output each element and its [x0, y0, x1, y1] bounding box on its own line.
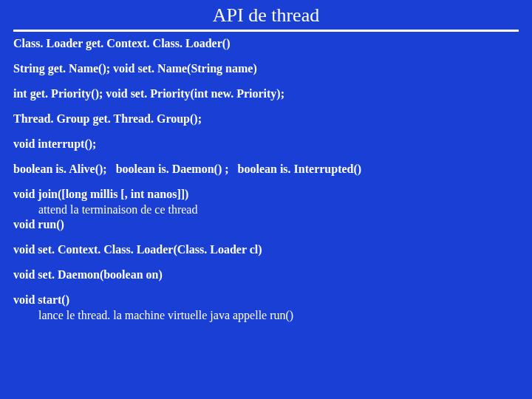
api-signature: void set. Daemon(boolean on): [13, 268, 163, 281]
api-signature: void set. Context. Class. Loader(Class. …: [13, 243, 262, 256]
api-signature: int get. Priority(); void set. Priority(…: [13, 87, 284, 100]
api-signature: void join([long millis [, int nanos]]): [13, 188, 188, 200]
api-note: lance le thread. la machine virtuelle ja…: [38, 308, 519, 323]
api-note: attend la terminaison de ce thread: [38, 202, 519, 217]
api-signature: void run(): [13, 218, 64, 231]
api-line: void interrupt();: [13, 137, 519, 151]
api-line: Class. Loader get. Context. Class. Loade…: [13, 36, 519, 51]
api-signature: void start(): [13, 293, 69, 306]
api-line: String get. Name(); void set. Name(Strin…: [13, 61, 519, 76]
api-line: void set. Daemon(boolean on): [13, 267, 519, 282]
api-signature: boolean is. Daemon() ;: [116, 163, 229, 175]
api-line: void run(): [13, 217, 519, 232]
api-signature: void interrupt();: [13, 137, 96, 150]
api-line: void set. Context. Class. Loader(Class. …: [13, 242, 519, 257]
api-line: void join([long millis [, int nanos]]) a…: [13, 187, 519, 217]
api-signature: boolean is. Alive();: [13, 163, 107, 175]
api-signature: Thread. Group get. Thread. Group();: [13, 112, 202, 125]
api-line: boolean is. Alive(); boolean is. Daemon(…: [13, 162, 519, 177]
api-signature: Class. Loader get. Context. Class. Loade…: [13, 37, 230, 50]
api-line: Thread. Group get. Thread. Group();: [13, 112, 519, 126]
api-signature: String get. Name(); void set. Name(Strin…: [13, 62, 257, 75]
api-signature: boolean is. Interrupted(): [238, 163, 362, 175]
slide-title: API de thread: [13, 4, 519, 27]
title-underline: [13, 30, 519, 32]
slide-container: API de thread Class. Loader get. Context…: [0, 0, 532, 330]
api-line: int get. Priority(); void set. Priority(…: [13, 86, 519, 101]
api-line: void start() lance le thread. la machine…: [13, 293, 519, 323]
